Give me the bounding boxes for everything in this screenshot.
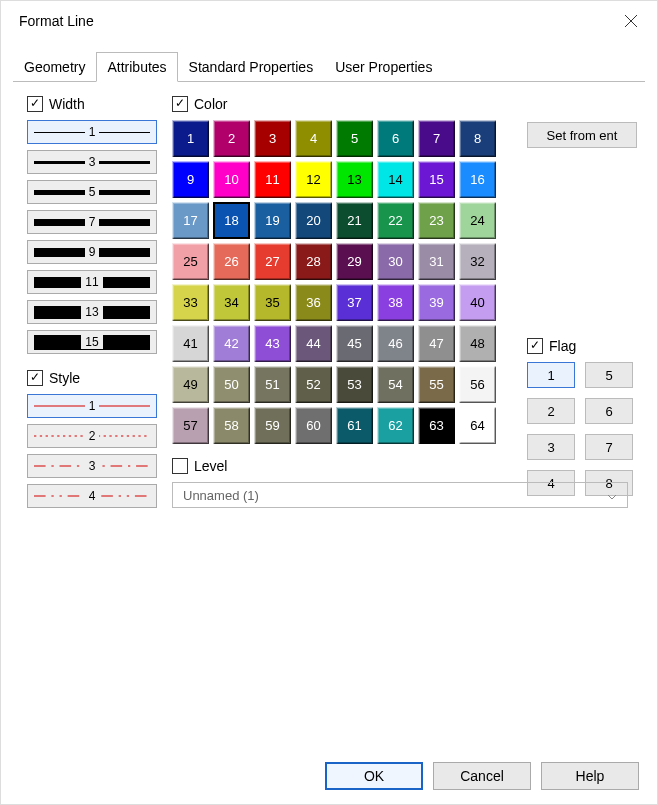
color-swatch-32[interactable]: 32 — [459, 243, 496, 280]
color-swatch-53[interactable]: 53 — [336, 366, 373, 403]
help-button[interactable]: Help — [541, 762, 639, 790]
color-swatch-41[interactable]: 41 — [172, 325, 209, 362]
color-swatch-56[interactable]: 56 — [459, 366, 496, 403]
style-item-1[interactable]: 1 — [27, 394, 157, 418]
color-swatch-28[interactable]: 28 — [295, 243, 332, 280]
width-item-13[interactable]: 13 — [27, 300, 157, 324]
color-swatch-47[interactable]: 47 — [418, 325, 455, 362]
color-swatch-21[interactable]: 21 — [336, 202, 373, 239]
flag-item-2[interactable]: 2 — [527, 398, 575, 424]
style-item-4[interactable]: 4 — [27, 484, 157, 508]
style-checkbox[interactable] — [27, 370, 43, 386]
color-checkbox[interactable] — [172, 96, 188, 112]
color-swatch-42[interactable]: 42 — [213, 325, 250, 362]
color-swatch-7[interactable]: 7 — [418, 120, 455, 157]
color-swatch-59[interactable]: 59 — [254, 407, 291, 444]
color-swatch-31[interactable]: 31 — [418, 243, 455, 280]
color-swatch-3[interactable]: 3 — [254, 120, 291, 157]
color-swatch-25[interactable]: 25 — [172, 243, 209, 280]
color-swatch-11[interactable]: 11 — [254, 161, 291, 198]
width-checkbox[interactable] — [27, 96, 43, 112]
tab-geometry[interactable]: Geometry — [13, 52, 96, 82]
color-swatch-15[interactable]: 15 — [418, 161, 455, 198]
width-checkbox-label[interactable]: Width — [27, 96, 157, 112]
color-swatch-51[interactable]: 51 — [254, 366, 291, 403]
color-swatch-18[interactable]: 18 — [213, 202, 250, 239]
color-swatch-38[interactable]: 38 — [377, 284, 414, 321]
color-swatch-14[interactable]: 14 — [377, 161, 414, 198]
color-swatch-29[interactable]: 29 — [336, 243, 373, 280]
color-swatch-8[interactable]: 8 — [459, 120, 496, 157]
color-swatch-44[interactable]: 44 — [295, 325, 332, 362]
color-swatch-46[interactable]: 46 — [377, 325, 414, 362]
color-swatch-5[interactable]: 5 — [336, 120, 373, 157]
color-swatch-20[interactable]: 20 — [295, 202, 332, 239]
color-swatch-60[interactable]: 60 — [295, 407, 332, 444]
width-item-1[interactable]: 1 — [27, 120, 157, 144]
color-swatch-58[interactable]: 58 — [213, 407, 250, 444]
color-swatch-52[interactable]: 52 — [295, 366, 332, 403]
cancel-button[interactable]: Cancel — [433, 762, 531, 790]
level-checkbox[interactable] — [172, 458, 188, 474]
color-swatch-63[interactable]: 63 — [418, 407, 455, 444]
style-checkbox-label[interactable]: Style — [27, 370, 157, 386]
color-swatch-49[interactable]: 49 — [172, 366, 209, 403]
style-item-3[interactable]: 3 — [27, 454, 157, 478]
color-swatch-4[interactable]: 4 — [295, 120, 332, 157]
flag-checkbox-label[interactable]: Flag — [527, 338, 643, 354]
close-button[interactable] — [617, 7, 645, 35]
flag-item-3[interactable]: 3 — [527, 434, 575, 460]
color-swatch-61[interactable]: 61 — [336, 407, 373, 444]
tab-attributes[interactable]: Attributes — [96, 52, 177, 82]
tab-standard-properties[interactable]: Standard Properties — [178, 52, 325, 82]
color-swatch-37[interactable]: 37 — [336, 284, 373, 321]
color-swatch-62[interactable]: 62 — [377, 407, 414, 444]
color-swatch-22[interactable]: 22 — [377, 202, 414, 239]
style-item-2[interactable]: 2 — [27, 424, 157, 448]
width-item-7[interactable]: 7 — [27, 210, 157, 234]
width-item-9[interactable]: 9 — [27, 240, 157, 264]
color-swatch-17[interactable]: 17 — [172, 202, 209, 239]
color-swatch-13[interactable]: 13 — [336, 161, 373, 198]
color-swatch-39[interactable]: 39 — [418, 284, 455, 321]
color-swatch-40[interactable]: 40 — [459, 284, 496, 321]
color-swatch-50[interactable]: 50 — [213, 366, 250, 403]
color-swatch-30[interactable]: 30 — [377, 243, 414, 280]
set-from-ent-button[interactable]: Set from ent — [527, 122, 637, 148]
color-swatch-33[interactable]: 33 — [172, 284, 209, 321]
color-swatch-24[interactable]: 24 — [459, 202, 496, 239]
flag-checkbox[interactable] — [527, 338, 543, 354]
color-swatch-6[interactable]: 6 — [377, 120, 414, 157]
width-item-5[interactable]: 5 — [27, 180, 157, 204]
color-checkbox-label[interactable]: Color — [172, 96, 512, 112]
width-item-3[interactable]: 3 — [27, 150, 157, 174]
ok-button[interactable]: OK — [325, 762, 423, 790]
color-swatch-9[interactable]: 9 — [172, 161, 209, 198]
color-swatch-10[interactable]: 10 — [213, 161, 250, 198]
color-swatch-64[interactable]: 64 — [459, 407, 496, 444]
color-swatch-36[interactable]: 36 — [295, 284, 332, 321]
color-swatch-57[interactable]: 57 — [172, 407, 209, 444]
color-swatch-43[interactable]: 43 — [254, 325, 291, 362]
width-item-15[interactable]: 15 — [27, 330, 157, 354]
color-swatch-2[interactable]: 2 — [213, 120, 250, 157]
color-swatch-23[interactable]: 23 — [418, 202, 455, 239]
level-checkbox-label[interactable]: Level — [172, 458, 227, 474]
color-swatch-19[interactable]: 19 — [254, 202, 291, 239]
color-swatch-35[interactable]: 35 — [254, 284, 291, 321]
flag-item-6[interactable]: 6 — [585, 398, 633, 424]
color-swatch-45[interactable]: 45 — [336, 325, 373, 362]
width-item-11[interactable]: 11 — [27, 270, 157, 294]
level-select[interactable]: Unnamed (1) — [172, 482, 628, 508]
tab-user-properties[interactable]: User Properties — [324, 52, 443, 82]
color-swatch-16[interactable]: 16 — [459, 161, 496, 198]
color-swatch-34[interactable]: 34 — [213, 284, 250, 321]
flag-item-7[interactable]: 7 — [585, 434, 633, 460]
color-swatch-48[interactable]: 48 — [459, 325, 496, 362]
color-swatch-26[interactable]: 26 — [213, 243, 250, 280]
color-swatch-54[interactable]: 54 — [377, 366, 414, 403]
color-swatch-55[interactable]: 55 — [418, 366, 455, 403]
color-swatch-12[interactable]: 12 — [295, 161, 332, 198]
color-swatch-1[interactable]: 1 — [172, 120, 209, 157]
color-swatch-27[interactable]: 27 — [254, 243, 291, 280]
